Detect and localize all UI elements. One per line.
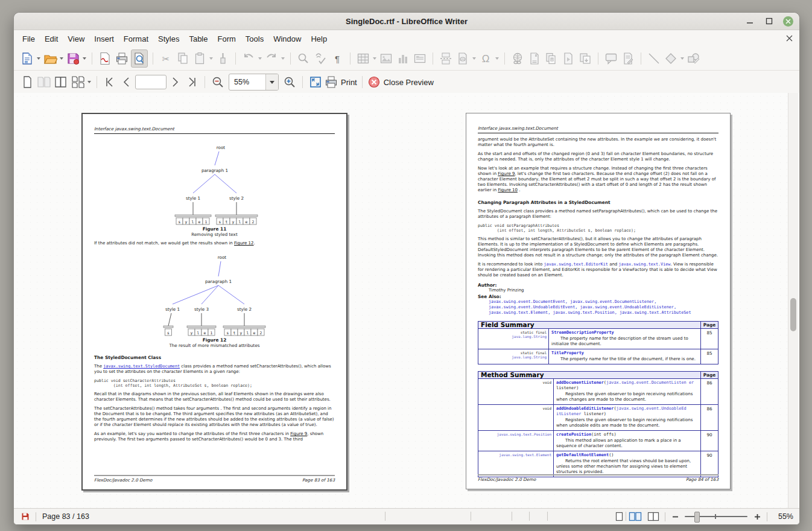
menu-view[interactable]: View <box>63 32 89 46</box>
close-document-icon[interactable] <box>785 34 793 45</box>
method-link[interactable]: createPosition <box>556 432 591 437</box>
zoom-out-slider-button[interactable] <box>671 512 679 521</box>
save-button[interactable] <box>65 50 81 67</box>
method-link[interactable]: getDefaultRootElement <box>556 453 609 457</box>
special-character-icon[interactable]: Ω <box>478 50 493 67</box>
new-document-button[interactable] <box>19 50 35 67</box>
show-draw-functions-icon[interactable] <box>686 50 702 67</box>
insert-hyperlink-icon[interactable] <box>510 50 525 67</box>
save-dropdown[interactable] <box>81 50 87 67</box>
figure-12-link[interactable]: Figure 12 <box>234 241 254 246</box>
menu-tools[interactable]: Tools <box>241 32 268 46</box>
maximize-button[interactable] <box>764 16 775 27</box>
single-page-view-button[interactable] <box>615 512 623 521</box>
open-button[interactable] <box>42 50 58 67</box>
first-page-button[interactable] <box>102 74 118 91</box>
page-number-indicator[interactable]: Page 83 / 163 <box>42 512 89 521</box>
multi-page-preview-dropdown[interactable] <box>86 74 92 91</box>
two-page-preview-button[interactable] <box>36 74 52 91</box>
field-link[interactable]: TitleProperty <box>551 351 584 355</box>
insert-footnote-icon[interactable] <box>527 50 542 67</box>
method-link[interactable]: addUndoableEditListener <box>556 406 614 411</box>
page-break-icon[interactable] <box>438 50 454 67</box>
menu-styles[interactable]: Styles <box>153 32 184 46</box>
insert-table-dropdown[interactable] <box>372 50 378 67</box>
insert-section-icon[interactable] <box>577 50 593 67</box>
minimize-button[interactable] <box>744 16 755 27</box>
insert-field-dropdown[interactable] <box>471 50 477 67</box>
multi-page-preview-button[interactable] <box>70 74 86 91</box>
see-also-links[interactable]: javax.swing.text.Element, javax.swing.te… <box>489 310 718 316</box>
insert-table-icon[interactable] <box>355 50 371 67</box>
vertical-scrollbar[interactable] <box>788 93 798 509</box>
editorkit-link[interactable]: javax.swing.text.EditorKit <box>544 262 608 267</box>
print-document-button[interactable]: Print <box>325 74 357 91</box>
insert-chart-icon[interactable] <box>395 50 411 67</box>
clone-formatting-icon[interactable] <box>215 50 230 67</box>
page-number-input[interactable] <box>135 75 167 89</box>
previous-page-button[interactable] <box>119 74 135 91</box>
spell-check-icon[interactable] <box>312 50 328 67</box>
insert-image-icon[interactable] <box>378 50 394 67</box>
zoom-level-dropdown[interactable] <box>265 74 278 90</box>
undo-icon[interactable] <box>241 50 256 67</box>
insert-bookmark-icon[interactable] <box>560 50 576 67</box>
insert-cross-reference-icon[interactable] <box>544 50 559 67</box>
zoom-slider[interactable] <box>685 516 747 517</box>
toggle-print-preview-button[interactable] <box>131 49 148 68</box>
basic-shapes-dropdown[interactable] <box>679 50 685 67</box>
special-character-dropdown[interactable] <box>494 50 500 67</box>
basic-shapes-icon[interactable] <box>663 50 679 67</box>
insert-comment-icon[interactable] <box>603 50 619 67</box>
scrollbar-thumb[interactable] <box>790 298 796 331</box>
see-also-links[interactable]: javax.swing.event.UndoableEditEvent, jav… <box>489 305 718 310</box>
formatting-marks-icon[interactable]: ¶ <box>329 50 345 67</box>
menu-table[interactable]: Table <box>184 32 212 46</box>
undo-dropdown[interactable] <box>257 50 263 67</box>
field-link[interactable]: StreamDescriptionProperty <box>551 330 614 335</box>
cut-icon[interactable]: ✂ <box>158 50 174 67</box>
zoom-in-slider-button[interactable] <box>753 512 761 521</box>
close-preview-button[interactable]: Close Preview <box>367 74 434 91</box>
close-button[interactable] <box>783 16 793 27</box>
track-changes-icon[interactable] <box>620 50 636 67</box>
method-link[interactable]: addDocumentListener <box>556 380 604 385</box>
copy-icon[interactable] <box>175 50 191 67</box>
print-button[interactable] <box>114 50 130 67</box>
menu-file[interactable]: File <box>17 32 40 46</box>
menu-window[interactable]: Window <box>268 32 306 46</box>
preview-page-84[interactable]: Interface javax.swing.text.Document argu… <box>466 113 731 489</box>
menu-insert[interactable]: Insert <box>89 32 119 46</box>
export-pdf-button[interactable] <box>97 50 113 67</box>
zoom-percentage[interactable]: 55% <box>773 512 793 521</box>
multi-page-view-button[interactable] <box>629 512 642 521</box>
see-also-links[interactable]: javax.swing.event.DocumentEvent, javax.s… <box>489 299 718 305</box>
insert-field-icon[interactable] <box>455 50 471 67</box>
zoom-level-combobox[interactable]: 55% <box>229 74 279 91</box>
book-view-button[interactable] <box>647 512 659 521</box>
document-modified-icon[interactable] <box>21 512 30 521</box>
figure-10-link[interactable]: Figure 10 <box>498 188 518 192</box>
single-page-preview-button[interactable] <box>19 74 35 91</box>
find-replace-icon[interactable] <box>296 50 311 67</box>
styleddocument-link[interactable]: javax.swing.text.StyledDocument <box>103 364 180 369</box>
last-page-button[interactable] <box>184 74 200 91</box>
redo-icon[interactable] <box>264 50 279 67</box>
zoom-slider-thumb[interactable] <box>694 512 700 523</box>
insert-textbox-icon[interactable] <box>412 50 428 67</box>
preview-page-83[interactable]: Interface javax.swing.text.Document root… <box>81 113 347 491</box>
new-document-dropdown[interactable] <box>36 50 42 67</box>
insert-line-icon[interactable] <box>646 50 662 67</box>
figure-9-link[interactable]: Figure 9 <box>290 431 307 436</box>
open-dropdown[interactable] <box>59 50 65 67</box>
paste-dropdown[interactable] <box>208 50 214 67</box>
redo-dropdown[interactable] <box>280 50 286 67</box>
book-preview-button[interactable] <box>53 74 69 91</box>
menu-edit[interactable]: Edit <box>40 32 63 46</box>
full-screen-button[interactable] <box>308 74 323 91</box>
view-link[interactable]: javax.swing.text.View <box>619 262 671 267</box>
zoom-out-button[interactable] <box>210 74 226 91</box>
next-page-button[interactable] <box>167 74 183 91</box>
figure-9-link[interactable]: Figure 9 <box>498 171 515 176</box>
menu-format[interactable]: Format <box>119 32 153 46</box>
